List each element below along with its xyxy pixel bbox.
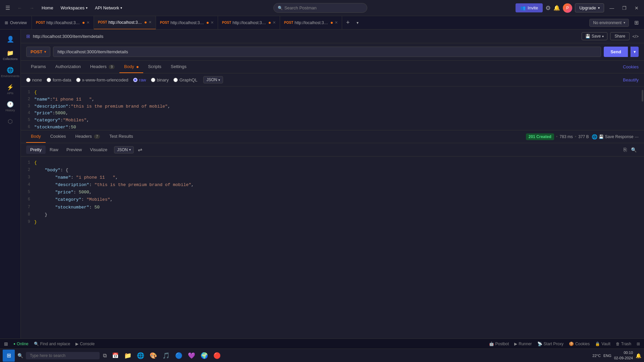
forward-button[interactable]: → [27,4,37,12]
menu-button[interactable]: ☰ [3,3,13,12]
tab-post-5[interactable]: POST http://localhost:3000, ✕ [280,16,342,29]
globe-button[interactable]: 🌐 [592,134,597,139]
sidebar-item-collections[interactable]: 📁 Collections [0,47,20,63]
response-json-select[interactable]: JSON ▾ [114,146,134,154]
send-dropdown-button[interactable]: ▾ [631,47,639,57]
radio-urlencoded[interactable]: x-www-form-urlencoded [76,77,128,82]
sidebar-item-apis[interactable]: ⚡ APIs [0,81,20,98]
tab-headers[interactable]: Headers 9 [86,61,119,73]
layout-button[interactable]: ⊞ [4,341,8,347]
cookies-status-item[interactable]: 🍪 Cookies [569,342,590,346]
taskbar-app3[interactable]: 🔵 [173,351,184,361]
method-select[interactable]: POST ▾ [26,47,50,57]
fmt-tab-preview[interactable]: Preview [62,145,86,154]
copy-response-button[interactable]: ⎘ [622,145,629,154]
vault-icon: 🔒 [595,342,600,346]
api-network-nav[interactable]: API Network ▾ [92,4,125,12]
grid-status-item[interactable]: ⊞ [637,342,640,346]
taskbar-app1[interactable]: 🎨 [148,351,159,361]
tab-close-4[interactable]: ✕ [273,20,276,25]
notifications-button[interactable]: 🔔 [553,5,560,11]
back-button[interactable]: ← [15,4,25,12]
upgrade-button[interactable]: Upgrade ▾ [575,3,604,12]
runner-item[interactable]: ▶ Runner [514,342,532,346]
restore-button[interactable]: ❐ [620,4,629,12]
tab-params[interactable]: Params [26,61,51,73]
postbot-item[interactable]: 🤖 Postbot [489,342,509,346]
save-response-button[interactable]: 💾 Save Response [599,134,634,139]
fmt-tab-pretty[interactable]: Pretty [26,145,46,154]
start-button[interactable]: ⊞ [3,350,15,362]
res-tab-body[interactable]: Body [26,130,46,143]
taskbar-multitask[interactable]: ⧉ [101,351,109,360]
res-tab-test-results[interactable]: Test Results [105,130,138,143]
sidebar-item-user[interactable]: 👤 [0,32,20,46]
close-button[interactable]: ✕ [632,4,641,12]
workspaces-nav[interactable]: Workspaces ▾ [58,4,90,12]
start-proxy-item[interactable]: 📡 Start Proxy [537,342,564,346]
tab-settings[interactable]: Settings [166,61,191,73]
tab-body[interactable]: Body [119,61,143,73]
res-tab-headers[interactable]: Headers 7 [71,130,105,143]
notification-button[interactable]: 🔔 [636,353,641,358]
beautify-link[interactable]: Beautify [623,77,639,82]
taskbar-chrome[interactable]: 🌍 [199,351,210,361]
find-replace-item[interactable]: 🔍 Find and replace [34,342,70,346]
radio-graphql[interactable]: GraphQL [173,77,197,82]
taskbar-app5[interactable]: 🔴 [211,351,223,361]
invite-button[interactable]: 👥 Invite [516,3,543,12]
tab-post-1[interactable]: POST http://localhost:3000, ✕ [32,16,94,29]
radio-binary[interactable]: binary [151,77,169,82]
tab-close-5[interactable]: ✕ [335,20,338,25]
tab-authorization[interactable]: Authorization [51,61,86,73]
json-format-select[interactable]: JSON ▾ [203,76,223,83]
console-item[interactable]: ▶ Console [75,342,95,346]
radio-form-data[interactable]: form-data [47,77,71,82]
tab-close-2[interactable]: ✕ [149,20,152,24]
taskbar-search-icon[interactable]: 🔍 [16,352,24,360]
no-environment-select[interactable]: No environment ▾ [589,19,629,27]
tab-close-1[interactable]: ✕ [87,20,90,25]
response-more-button[interactable]: ··· [635,134,639,139]
taskbar-widgets[interactable]: 📅 [110,351,121,360]
tab-scripts[interactable]: Scripts [143,61,166,73]
res-tab-cookies[interactable]: Cookies [46,130,71,143]
tab-post-2[interactable]: POST http://localhost:3000, ✕ [94,16,156,29]
tab-post-4[interactable]: POST http://localhost:3000, ✕ [218,16,280,29]
sidebar-item-history[interactable]: 🕐 History [0,98,20,115]
save-button[interactable]: 💾 Save ▾ [582,32,607,40]
home-nav[interactable]: Home [39,4,56,12]
code-button[interactable]: </> [632,34,639,39]
environment-grid-button[interactable]: ⊞ [632,18,641,27]
search-bar[interactable]: 🔍 Search Postman [127,3,514,13]
minimize-button[interactable]: — [607,4,617,12]
content-area: ⊞ http://localhost:3000/item/itemdetails… [21,29,644,339]
tab-overview[interactable]: ⊞ Overview [0,16,32,29]
sidebar-item-mock[interactable]: ⬡ [0,115,20,128]
taskbar-edge[interactable]: 🌐 [135,351,146,361]
filter-button[interactable]: ⇌ [136,145,144,154]
tabs-chevron-button[interactable]: ▾ [354,16,361,29]
tab-close-3[interactable]: ✕ [211,20,214,25]
radio-none[interactable]: none [26,77,42,82]
radio-raw[interactable]: raw [133,77,146,82]
taskbar-explorer[interactable]: 📁 [122,351,133,361]
vault-item[interactable]: 🔒 Vault [595,342,610,346]
fmt-tab-visualize[interactable]: Visualize [86,145,111,154]
sidebar-item-environments[interactable]: 🌐 Environments [0,64,20,80]
share-button[interactable]: Share [610,32,630,40]
add-tab-button[interactable]: + [342,16,354,29]
tab-post-3[interactable]: POST http://localhost:3000, ✕ [156,16,218,29]
settings-button[interactable]: ⚙ [545,4,551,12]
cookies-link[interactable]: Cookies [623,64,639,69]
taskbar-app4[interactable]: 💜 [186,351,197,361]
trash-item[interactable]: 🗑 Trash [616,342,631,346]
taskbar-app2[interactable]: 🎵 [160,351,172,361]
console-icon: ▶ [75,342,78,346]
send-button[interactable]: Send [604,47,628,57]
search-response-button[interactable]: 🔍 [629,146,639,154]
url-input[interactable] [53,47,601,57]
taskbar-search-input[interactable] [26,352,100,359]
fmt-tab-raw[interactable]: Raw [46,145,62,154]
avatar[interactable]: P [563,3,572,13]
